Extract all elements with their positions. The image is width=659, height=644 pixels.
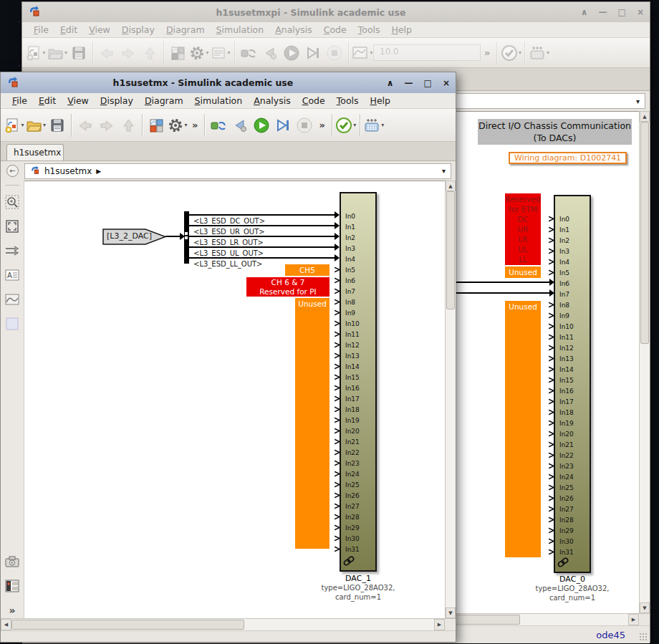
menu-item[interactable]: Help [365,95,397,107]
screenshot-icon[interactable] [4,554,20,569]
breadcrumb-dropdown-icon[interactable]: ▾ [442,167,446,175]
stop-button[interactable] [324,40,345,66]
signal-routing-icon[interactable] [4,243,20,259]
canvas-heading-annotation[interactable]: Direct I/O Chassis Communication (To DAC… [478,119,632,145]
hide-explorer-button[interactable]: ← [6,165,19,177]
vertical-scrollbar[interactable]: ▲ ▼ [445,181,456,618]
model-settings-button[interactable]: ▾ [167,112,188,138]
open-button[interactable]: ▾ [47,40,68,66]
dac0-block[interactable]: > In0 > In1 > In2 [554,195,591,573]
palette-overflow-icon[interactable]: » [4,602,20,618]
annotation-icon[interactable]: A [4,267,20,283]
wiring-diagram-annotation[interactable]: Wiring diagram: D1002741 [509,152,627,164]
model-advisor-button[interactable]: ▾ [335,112,357,138]
menu-item[interactable]: Diagram [160,24,211,36]
step-back-button[interactable] [259,40,281,66]
unused-tall-annotation[interactable]: Unused [505,301,541,557]
menu-item[interactable]: Simulation [189,95,249,107]
up-button[interactable] [117,112,139,138]
menu-item[interactable]: File [6,95,33,107]
zoom-region-icon[interactable] [4,194,20,210]
scroll-right-button[interactable]: ▶ [434,619,445,630]
model-advisor-button[interactable]: ▾ [500,40,521,66]
vertical-scroll-thumb[interactable] [446,191,455,309]
shade-button[interactable]: ∧ [387,78,394,88]
breadcrumb-dropdown-icon[interactable]: ▾ [636,97,640,105]
signal-wire-in2[interactable] [189,236,335,237]
image-annotation-icon[interactable] [4,292,20,307]
simulation-stop-time-field[interactable]: 10.0 [373,44,481,61]
scroll-down-button[interactable]: ▼ [640,602,650,613]
stop-button[interactable] [294,112,315,138]
close-button[interactable]: × [637,7,644,17]
vertical-scroll-thumb[interactable] [640,122,649,344]
menu-item[interactable]: Analysis [269,24,318,36]
menu-item[interactable]: Display [95,95,139,107]
menu-item[interactable]: Simulation [211,24,270,36]
menu-item[interactable]: View [83,24,116,36]
menu-item[interactable]: Code [297,95,331,107]
from-tag-block[interactable]: [L3_2_DAC] [102,229,167,245]
back-button[interactable] [74,112,96,138]
menu-item[interactable]: Tools [352,24,386,36]
signal-wire-in4[interactable] [189,257,335,259]
bus-selector-block[interactable] [184,211,189,264]
menu-item[interactable]: File [28,24,54,36]
scroll-up-button[interactable]: ▲ [640,111,650,122]
open-button[interactable]: ▾ [25,112,47,138]
dac1-block[interactable]: > In0 > In1 > In2 [340,192,377,572]
toolbar-overflow-button[interactable]: » [188,120,201,130]
maximize-button[interactable]: □ [424,78,432,88]
close-button[interactable]: × [443,78,450,88]
tab-h1susetmx[interactable]: h1susetmx [6,144,64,160]
library-browser-button[interactable] [145,112,167,138]
titlebar[interactable]: h1susetmxpi - Simulink academic use ∧ — … [22,2,650,22]
menu-item[interactable]: Diagram [139,95,189,107]
reserved-pi-annotation[interactable]: CH 6 & 7 Reserved for PI Control [246,277,330,297]
step-forward-button[interactable] [272,112,294,138]
list-view-button[interactable]: ▾ [210,40,231,66]
menu-item[interactable]: Display [116,24,160,36]
scroll-right-button[interactable]: ▶ [628,614,639,625]
breadcrumb[interactable]: h1susetmx ▶ ▾ [24,163,451,179]
menu-item[interactable]: Edit [33,95,62,107]
new-model-button[interactable]: ▾ [4,112,25,138]
horizontal-scrollbar[interactable]: ◀ ▶ [1,618,445,630]
horizontal-scroll-thumb[interactable] [11,620,244,630]
scroll-down-button[interactable]: ▼ [446,607,456,618]
fit-to-view-icon[interactable] [4,218,20,234]
scroll-up-button[interactable]: ▲ [446,181,456,191]
back-button[interactable] [96,40,117,66]
new-model-button[interactable]: ▾ [25,40,47,66]
minimize-button[interactable]: — [599,7,607,17]
save-button[interactable] [68,40,90,66]
up-button[interactable] [139,40,160,66]
model-settings-button[interactable]: ▾ [188,40,210,66]
ch5-unused-annotation[interactable]: CH5 Unused [285,264,330,276]
area-box-icon[interactable] [4,316,20,332]
menu-item[interactable]: Code [318,24,352,36]
reserved-etm-annotation[interactable]: Reservedfor ETMDCURLRULLL [505,193,541,265]
model-canvas-h1susetmx[interactable]: [L3_2_DAC] <L3_ESD_DC_OUT><L3_ESD_UR_OUT… [24,181,445,618]
signal-wire-in3[interactable] [189,246,335,248]
shade-button[interactable]: ∧ [581,7,588,17]
signal-wire-in1[interactable] [189,225,335,226]
toolbar-overflow-button[interactable]: » [481,47,494,58]
run-button[interactable] [251,112,272,138]
from-wire[interactable] [165,236,180,237]
vertical-scrollbar[interactable]: ▲ ▼ [639,111,650,613]
maximize-button[interactable]: □ [618,7,626,17]
signal-wire-in0[interactable] [189,214,335,216]
step-forward-button[interactable] [302,40,324,66]
menu-item[interactable]: View [62,95,95,107]
run-button[interactable] [281,40,302,66]
library-link-panel-icon[interactable] [4,578,20,594]
step-back-button[interactable] [229,112,251,138]
update-diagram-button[interactable] [238,40,259,66]
toolbar-overflow-button[interactable]: » [315,120,328,130]
build-button[interactable]: ▾ [528,40,549,66]
forward-button[interactable] [117,40,139,66]
update-diagram-button[interactable] [208,112,229,138]
solver-indicator[interactable]: ode45 [596,630,625,640]
unused-small-annotation[interactable]: Unused [505,266,541,278]
